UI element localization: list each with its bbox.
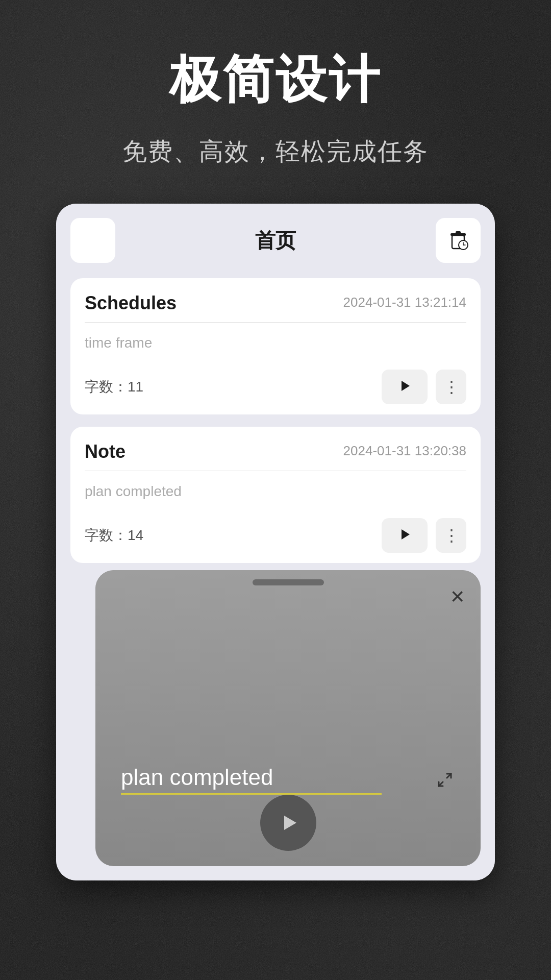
- phone-notch: [253, 579, 324, 585]
- close-expanded-button[interactable]: ×: [450, 584, 464, 608]
- note-card: Note 2024-01-31 13:20:38 plan completed …: [70, 427, 481, 563]
- schedules-preview: time frame: [85, 331, 466, 361]
- svg-marker-15: [284, 816, 296, 830]
- hero-title: 极简设计: [169, 46, 382, 115]
- note-card-header: Note 2024-01-31 13:20:38: [85, 441, 466, 471]
- app-body: Schedules 2024-01-31 13:21:14 time frame…: [56, 273, 495, 880]
- note-footer: 字数：14 ⋮: [85, 518, 466, 553]
- note-actions: ⋮: [382, 518, 466, 553]
- text-underline: [121, 793, 382, 795]
- collapse-icon[interactable]: [435, 770, 455, 795]
- history-button[interactable]: [436, 218, 481, 263]
- settings-button[interactable]: [70, 218, 115, 263]
- app-mockup: 首页: [56, 204, 495, 880]
- note-expanded-panel: × plan completed: [95, 570, 481, 866]
- svg-marker-8: [402, 529, 410, 540]
- note-word-count: 字数：14: [85, 526, 143, 545]
- app-header-title: 首页: [255, 227, 296, 255]
- play-icon: [397, 527, 412, 544]
- play-icon: [397, 379, 412, 395]
- schedules-actions: ⋮: [382, 370, 466, 404]
- schedules-footer: 字数：11 ⋮: [85, 370, 466, 404]
- schedules-timestamp: 2024-01-31 13:21:14: [343, 295, 466, 310]
- trash-clock-icon: [447, 228, 469, 253]
- schedules-more-button[interactable]: ⋮: [436, 370, 466, 404]
- expanded-play-button[interactable]: [260, 795, 316, 851]
- schedules-word-count: 字数：11: [85, 377, 143, 397]
- note-more-button[interactable]: ⋮: [436, 518, 466, 553]
- svg-marker-7: [402, 381, 410, 391]
- more-dots-icon: ⋮: [443, 526, 459, 545]
- hero-subtitle: 免费、高效，轻松完成任务: [122, 135, 429, 168]
- schedules-card: Schedules 2024-01-31 13:21:14 time frame…: [70, 278, 481, 414]
- expanded-text-area: plan completed: [121, 765, 455, 795]
- note-preview: plan completed: [85, 479, 466, 510]
- expanded-note-text: plan completed: [121, 765, 273, 790]
- schedules-play-button[interactable]: [382, 370, 428, 404]
- app-header: 首页: [56, 204, 495, 273]
- expanded-note-container: × plan completed: [70, 570, 481, 866]
- note-title: Note: [85, 441, 126, 462]
- more-dots-icon: ⋮: [443, 377, 459, 397]
- svg-rect-2: [456, 231, 461, 234]
- schedules-card-header: Schedules 2024-01-31 13:21:14: [85, 292, 466, 323]
- note-play-button[interactable]: [382, 518, 428, 553]
- note-timestamp: 2024-01-31 13:20:38: [343, 443, 466, 459]
- schedules-title: Schedules: [85, 292, 177, 314]
